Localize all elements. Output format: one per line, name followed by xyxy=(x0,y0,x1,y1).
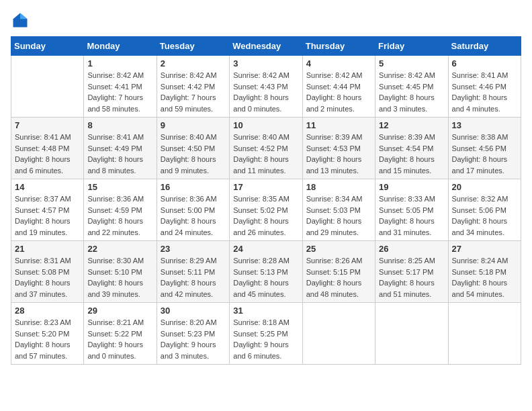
day-info: Sunrise: 8:36 AMSunset: 4:59 PMDaylight:… xyxy=(87,193,152,238)
day-info: Sunrise: 8:20 AMSunset: 5:23 PMDaylight:… xyxy=(161,317,226,361)
day-info: Sunrise: 8:35 AMSunset: 5:02 PMDaylight:… xyxy=(233,193,298,238)
calendar-cell: 12Sunrise: 8:39 AMSunset: 4:54 PMDayligh… xyxy=(375,118,448,179)
header xyxy=(11,11,521,30)
day-info: Sunrise: 8:39 AMSunset: 4:53 PMDaylight:… xyxy=(306,132,371,176)
calendar-cell: 31Sunrise: 8:18 AMSunset: 5:25 PMDayligh… xyxy=(230,303,302,365)
day-number: 10 xyxy=(233,120,298,130)
calendar-cell: 15Sunrise: 8:36 AMSunset: 4:59 PMDayligh… xyxy=(84,179,157,241)
day-info: Sunrise: 8:38 AMSunset: 4:56 PMDaylight:… xyxy=(452,132,517,176)
day-number: 23 xyxy=(161,244,226,254)
day-info: Sunrise: 8:30 AMSunset: 5:10 PMDaylight:… xyxy=(87,255,152,300)
day-info: Sunrise: 8:42 AMSunset: 4:41 PMDaylight:… xyxy=(87,70,152,114)
calendar-cell: 28Sunrise: 8:23 AMSunset: 5:20 PMDayligh… xyxy=(11,303,84,365)
header-monday: Monday xyxy=(84,37,157,56)
day-number: 27 xyxy=(452,244,517,254)
day-number: 24 xyxy=(233,244,298,254)
header-wednesday: Wednesday xyxy=(230,37,302,56)
day-info: Sunrise: 8:21 AMSunset: 5:22 PMDaylight:… xyxy=(87,317,152,361)
day-info: Sunrise: 8:32 AMSunset: 5:06 PMDaylight:… xyxy=(452,193,517,238)
day-info: Sunrise: 8:26 AMSunset: 5:15 PMDaylight:… xyxy=(306,255,371,300)
day-number: 29 xyxy=(87,306,152,316)
header-sunday: Sunday xyxy=(11,37,84,56)
day-number: 7 xyxy=(15,120,80,130)
day-info: Sunrise: 8:24 AMSunset: 5:18 PMDaylight:… xyxy=(452,255,517,300)
calendar-cell: 5Sunrise: 8:42 AMSunset: 4:45 PMDaylight… xyxy=(375,56,448,118)
day-number: 1 xyxy=(87,58,152,68)
calendar-cell: 17Sunrise: 8:35 AMSunset: 5:02 PMDayligh… xyxy=(230,179,302,241)
calendar-cell: 3Sunrise: 8:42 AMSunset: 4:43 PMDaylight… xyxy=(230,56,302,118)
day-info: Sunrise: 8:42 AMSunset: 4:44 PMDaylight:… xyxy=(306,70,371,114)
calendar-cell: 7Sunrise: 8:41 AMSunset: 4:48 PMDaylight… xyxy=(11,118,84,179)
day-info: Sunrise: 8:29 AMSunset: 5:11 PMDaylight:… xyxy=(161,255,226,300)
calendar-cell: 4Sunrise: 8:42 AMSunset: 4:44 PMDaylight… xyxy=(302,56,375,118)
calendar-cell: 18Sunrise: 8:34 AMSunset: 5:03 PMDayligh… xyxy=(302,179,375,241)
day-info: Sunrise: 8:34 AMSunset: 5:03 PMDaylight:… xyxy=(306,193,371,238)
week-row-0: 1Sunrise: 8:42 AMSunset: 4:41 PMDaylight… xyxy=(11,56,521,118)
calendar-cell: 13Sunrise: 8:38 AMSunset: 4:56 PMDayligh… xyxy=(448,118,521,179)
day-info: Sunrise: 8:33 AMSunset: 5:05 PMDaylight:… xyxy=(379,193,444,238)
calendar-cell xyxy=(302,303,375,365)
calendar-cell: 29Sunrise: 8:21 AMSunset: 5:22 PMDayligh… xyxy=(84,303,157,365)
day-info: Sunrise: 8:28 AMSunset: 5:13 PMDaylight:… xyxy=(233,255,298,300)
calendar-cell: 8Sunrise: 8:41 AMSunset: 4:49 PMDaylight… xyxy=(84,118,157,179)
calendar-cell: 10Sunrise: 8:40 AMSunset: 4:52 PMDayligh… xyxy=(230,118,302,179)
day-number: 18 xyxy=(306,182,371,192)
day-info: Sunrise: 8:40 AMSunset: 4:52 PMDaylight:… xyxy=(233,132,298,176)
day-number: 2 xyxy=(161,58,226,68)
calendar-cell: 24Sunrise: 8:28 AMSunset: 5:13 PMDayligh… xyxy=(230,241,302,303)
week-row-4: 28Sunrise: 8:23 AMSunset: 5:20 PMDayligh… xyxy=(11,303,521,365)
calendar-cell: 19Sunrise: 8:33 AMSunset: 5:05 PMDayligh… xyxy=(375,179,448,241)
day-number: 11 xyxy=(306,120,371,130)
day-info: Sunrise: 8:41 AMSunset: 4:46 PMDaylight:… xyxy=(452,70,517,114)
day-info: Sunrise: 8:40 AMSunset: 4:50 PMDaylight:… xyxy=(161,132,226,176)
day-number: 31 xyxy=(233,306,298,316)
day-number: 16 xyxy=(161,182,226,192)
logo xyxy=(11,11,32,30)
calendar-table: SundayMondayTuesdayWednesdayThursdayFrid… xyxy=(11,36,521,365)
calendar-cell: 22Sunrise: 8:30 AMSunset: 5:10 PMDayligh… xyxy=(84,241,157,303)
calendar-cell: 9Sunrise: 8:40 AMSunset: 4:50 PMDaylight… xyxy=(157,118,229,179)
calendar-cell: 23Sunrise: 8:29 AMSunset: 5:11 PMDayligh… xyxy=(157,241,229,303)
calendar-cell: 16Sunrise: 8:36 AMSunset: 5:00 PMDayligh… xyxy=(157,179,229,241)
day-number: 5 xyxy=(379,58,444,68)
calendar-cell: 1Sunrise: 8:42 AMSunset: 4:41 PMDaylight… xyxy=(84,56,157,118)
day-info: Sunrise: 8:42 AMSunset: 4:43 PMDaylight:… xyxy=(233,70,298,114)
day-number: 30 xyxy=(161,306,226,316)
day-number: 6 xyxy=(452,58,517,68)
calendar-cell: 2Sunrise: 8:42 AMSunset: 4:42 PMDaylight… xyxy=(157,56,229,118)
calendar-cell: 6Sunrise: 8:41 AMSunset: 4:46 PMDaylight… xyxy=(448,56,521,118)
day-number: 12 xyxy=(379,120,444,130)
day-number: 28 xyxy=(15,306,80,316)
calendar-cell: 11Sunrise: 8:39 AMSunset: 4:53 PMDayligh… xyxy=(302,118,375,179)
week-row-2: 14Sunrise: 8:37 AMSunset: 4:57 PMDayligh… xyxy=(11,179,521,241)
day-info: Sunrise: 8:42 AMSunset: 4:42 PMDaylight:… xyxy=(161,70,226,114)
day-info: Sunrise: 8:39 AMSunset: 4:54 PMDaylight:… xyxy=(379,132,444,176)
day-number: 20 xyxy=(452,182,517,192)
calendar-cell xyxy=(448,303,521,365)
calendar-cell: 26Sunrise: 8:25 AMSunset: 5:17 PMDayligh… xyxy=(375,241,448,303)
day-info: Sunrise: 8:37 AMSunset: 4:57 PMDaylight:… xyxy=(15,193,80,238)
day-number: 25 xyxy=(306,244,371,254)
day-number: 21 xyxy=(15,244,80,254)
header-row: SundayMondayTuesdayWednesdayThursdayFrid… xyxy=(11,37,521,56)
day-number: 4 xyxy=(306,58,371,68)
day-info: Sunrise: 8:31 AMSunset: 5:08 PMDaylight:… xyxy=(15,255,80,300)
calendar-cell: 14Sunrise: 8:37 AMSunset: 4:57 PMDayligh… xyxy=(11,179,84,241)
calendar-cell xyxy=(11,56,84,118)
day-info: Sunrise: 8:41 AMSunset: 4:48 PMDaylight:… xyxy=(15,132,80,176)
day-number: 26 xyxy=(379,244,444,254)
day-number: 19 xyxy=(379,182,444,192)
header-saturday: Saturday xyxy=(448,37,521,56)
day-info: Sunrise: 8:42 AMSunset: 4:45 PMDaylight:… xyxy=(379,70,444,114)
calendar-cell: 20Sunrise: 8:32 AMSunset: 5:06 PMDayligh… xyxy=(448,179,521,241)
calendar-cell xyxy=(375,303,448,365)
header-thursday: Thursday xyxy=(302,37,375,56)
week-row-1: 7Sunrise: 8:41 AMSunset: 4:48 PMDaylight… xyxy=(11,118,521,179)
header-friday: Friday xyxy=(375,37,448,56)
day-info: Sunrise: 8:36 AMSunset: 5:00 PMDaylight:… xyxy=(161,193,226,238)
calendar-cell: 25Sunrise: 8:26 AMSunset: 5:15 PMDayligh… xyxy=(302,241,375,303)
day-number: 8 xyxy=(87,120,152,130)
day-number: 17 xyxy=(233,182,298,192)
calendar-cell: 21Sunrise: 8:31 AMSunset: 5:08 PMDayligh… xyxy=(11,241,84,303)
week-row-3: 21Sunrise: 8:31 AMSunset: 5:08 PMDayligh… xyxy=(11,241,521,303)
